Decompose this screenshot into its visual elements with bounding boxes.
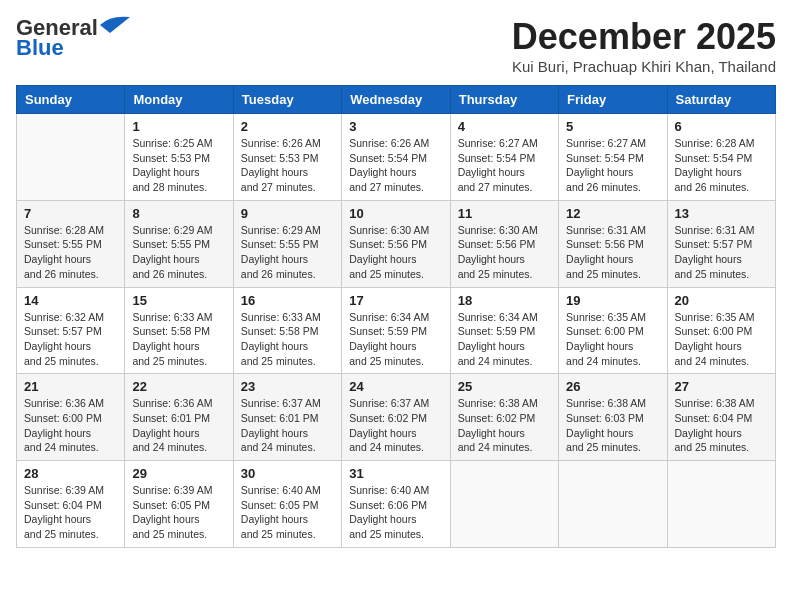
day-number: 5 — [566, 119, 659, 134]
day-info: Sunrise: 6:33 AMSunset: 5:58 PMDaylight … — [241, 310, 334, 369]
day-number: 23 — [241, 379, 334, 394]
calendar-cell: 18Sunrise: 6:34 AMSunset: 5:59 PMDayligh… — [450, 287, 558, 374]
day-number: 14 — [24, 293, 117, 308]
day-info: Sunrise: 6:39 AMSunset: 6:04 PMDaylight … — [24, 483, 117, 542]
calendar-cell: 16Sunrise: 6:33 AMSunset: 5:58 PMDayligh… — [233, 287, 341, 374]
day-number: 26 — [566, 379, 659, 394]
day-number: 3 — [349, 119, 442, 134]
day-info: Sunrise: 6:40 AMSunset: 6:05 PMDaylight … — [241, 483, 334, 542]
day-number: 8 — [132, 206, 225, 221]
calendar-cell: 9Sunrise: 6:29 AMSunset: 5:55 PMDaylight… — [233, 200, 341, 287]
calendar-cell: 19Sunrise: 6:35 AMSunset: 6:00 PMDayligh… — [559, 287, 667, 374]
day-number: 28 — [24, 466, 117, 481]
day-number: 11 — [458, 206, 551, 221]
day-number: 31 — [349, 466, 442, 481]
calendar-cell: 20Sunrise: 6:35 AMSunset: 6:00 PMDayligh… — [667, 287, 775, 374]
day-info: Sunrise: 6:34 AMSunset: 5:59 PMDaylight … — [349, 310, 442, 369]
logo-wing-icon — [100, 15, 130, 35]
day-info: Sunrise: 6:31 AMSunset: 5:56 PMDaylight … — [566, 223, 659, 282]
day-info: Sunrise: 6:35 AMSunset: 6:00 PMDaylight … — [566, 310, 659, 369]
day-number: 20 — [675, 293, 768, 308]
calendar-cell: 4Sunrise: 6:27 AMSunset: 5:54 PMDaylight… — [450, 114, 558, 201]
calendar-week-row: 21Sunrise: 6:36 AMSunset: 6:00 PMDayligh… — [17, 374, 776, 461]
day-number: 17 — [349, 293, 442, 308]
weekday-header-sunday: Sunday — [17, 86, 125, 114]
day-number: 1 — [132, 119, 225, 134]
day-number: 10 — [349, 206, 442, 221]
calendar-cell: 26Sunrise: 6:38 AMSunset: 6:03 PMDayligh… — [559, 374, 667, 461]
day-number: 2 — [241, 119, 334, 134]
weekday-header-tuesday: Tuesday — [233, 86, 341, 114]
calendar-cell: 11Sunrise: 6:30 AMSunset: 5:56 PMDayligh… — [450, 200, 558, 287]
day-number: 25 — [458, 379, 551, 394]
day-number: 9 — [241, 206, 334, 221]
day-info: Sunrise: 6:29 AMSunset: 5:55 PMDaylight … — [241, 223, 334, 282]
calendar-cell: 30Sunrise: 6:40 AMSunset: 6:05 PMDayligh… — [233, 461, 341, 548]
page-header: General Blue December 2025 Kui Buri, Pra… — [16, 16, 776, 75]
calendar-cell: 14Sunrise: 6:32 AMSunset: 5:57 PMDayligh… — [17, 287, 125, 374]
day-info: Sunrise: 6:30 AMSunset: 5:56 PMDaylight … — [349, 223, 442, 282]
day-number: 27 — [675, 379, 768, 394]
calendar-cell — [17, 114, 125, 201]
calendar-cell: 13Sunrise: 6:31 AMSunset: 5:57 PMDayligh… — [667, 200, 775, 287]
calendar-cell: 28Sunrise: 6:39 AMSunset: 6:04 PMDayligh… — [17, 461, 125, 548]
calendar-cell: 8Sunrise: 6:29 AMSunset: 5:55 PMDaylight… — [125, 200, 233, 287]
day-info: Sunrise: 6:30 AMSunset: 5:56 PMDaylight … — [458, 223, 551, 282]
day-info: Sunrise: 6:27 AMSunset: 5:54 PMDaylight … — [566, 136, 659, 195]
day-info: Sunrise: 6:28 AMSunset: 5:54 PMDaylight … — [675, 136, 768, 195]
calendar-cell: 31Sunrise: 6:40 AMSunset: 6:06 PMDayligh… — [342, 461, 450, 548]
calendar-cell: 22Sunrise: 6:36 AMSunset: 6:01 PMDayligh… — [125, 374, 233, 461]
logo-blue-text: Blue — [16, 35, 64, 60]
day-info: Sunrise: 6:33 AMSunset: 5:58 PMDaylight … — [132, 310, 225, 369]
day-number: 22 — [132, 379, 225, 394]
calendar-cell: 21Sunrise: 6:36 AMSunset: 6:00 PMDayligh… — [17, 374, 125, 461]
day-info: Sunrise: 6:34 AMSunset: 5:59 PMDaylight … — [458, 310, 551, 369]
calendar-cell: 3Sunrise: 6:26 AMSunset: 5:54 PMDaylight… — [342, 114, 450, 201]
day-number: 29 — [132, 466, 225, 481]
day-info: Sunrise: 6:27 AMSunset: 5:54 PMDaylight … — [458, 136, 551, 195]
day-info: Sunrise: 6:38 AMSunset: 6:04 PMDaylight … — [675, 396, 768, 455]
day-number: 4 — [458, 119, 551, 134]
day-info: Sunrise: 6:39 AMSunset: 6:05 PMDaylight … — [132, 483, 225, 542]
calendar-cell: 6Sunrise: 6:28 AMSunset: 5:54 PMDaylight… — [667, 114, 775, 201]
calendar-header-row: SundayMondayTuesdayWednesdayThursdayFrid… — [17, 86, 776, 114]
weekday-header-monday: Monday — [125, 86, 233, 114]
day-number: 7 — [24, 206, 117, 221]
day-number: 19 — [566, 293, 659, 308]
day-number: 21 — [24, 379, 117, 394]
calendar-table: SundayMondayTuesdayWednesdayThursdayFrid… — [16, 85, 776, 548]
day-info: Sunrise: 6:40 AMSunset: 6:06 PMDaylight … — [349, 483, 442, 542]
day-info: Sunrise: 6:31 AMSunset: 5:57 PMDaylight … — [675, 223, 768, 282]
calendar-cell: 2Sunrise: 6:26 AMSunset: 5:53 PMDaylight… — [233, 114, 341, 201]
day-info: Sunrise: 6:25 AMSunset: 5:53 PMDaylight … — [132, 136, 225, 195]
weekday-header-friday: Friday — [559, 86, 667, 114]
calendar-cell: 25Sunrise: 6:38 AMSunset: 6:02 PMDayligh… — [450, 374, 558, 461]
location-title: Kui Buri, Prachuap Khiri Khan, Thailand — [512, 58, 776, 75]
day-info: Sunrise: 6:26 AMSunset: 5:54 PMDaylight … — [349, 136, 442, 195]
day-info: Sunrise: 6:37 AMSunset: 6:01 PMDaylight … — [241, 396, 334, 455]
day-number: 16 — [241, 293, 334, 308]
calendar-cell: 27Sunrise: 6:38 AMSunset: 6:04 PMDayligh… — [667, 374, 775, 461]
calendar-cell — [450, 461, 558, 548]
day-info: Sunrise: 6:32 AMSunset: 5:57 PMDaylight … — [24, 310, 117, 369]
day-number: 18 — [458, 293, 551, 308]
calendar-cell: 1Sunrise: 6:25 AMSunset: 5:53 PMDaylight… — [125, 114, 233, 201]
day-number: 6 — [675, 119, 768, 134]
calendar-week-row: 7Sunrise: 6:28 AMSunset: 5:55 PMDaylight… — [17, 200, 776, 287]
calendar-cell: 12Sunrise: 6:31 AMSunset: 5:56 PMDayligh… — [559, 200, 667, 287]
calendar-cell: 23Sunrise: 6:37 AMSunset: 6:01 PMDayligh… — [233, 374, 341, 461]
day-number: 24 — [349, 379, 442, 394]
day-number: 12 — [566, 206, 659, 221]
weekday-header-wednesday: Wednesday — [342, 86, 450, 114]
calendar-cell: 17Sunrise: 6:34 AMSunset: 5:59 PMDayligh… — [342, 287, 450, 374]
calendar-cell — [559, 461, 667, 548]
day-info: Sunrise: 6:37 AMSunset: 6:02 PMDaylight … — [349, 396, 442, 455]
day-info: Sunrise: 6:26 AMSunset: 5:53 PMDaylight … — [241, 136, 334, 195]
logo: General Blue — [16, 16, 130, 60]
month-title: December 2025 — [512, 16, 776, 58]
day-info: Sunrise: 6:38 AMSunset: 6:03 PMDaylight … — [566, 396, 659, 455]
calendar-week-row: 1Sunrise: 6:25 AMSunset: 5:53 PMDaylight… — [17, 114, 776, 201]
weekday-header-thursday: Thursday — [450, 86, 558, 114]
calendar-cell: 15Sunrise: 6:33 AMSunset: 5:58 PMDayligh… — [125, 287, 233, 374]
calendar-cell — [667, 461, 775, 548]
